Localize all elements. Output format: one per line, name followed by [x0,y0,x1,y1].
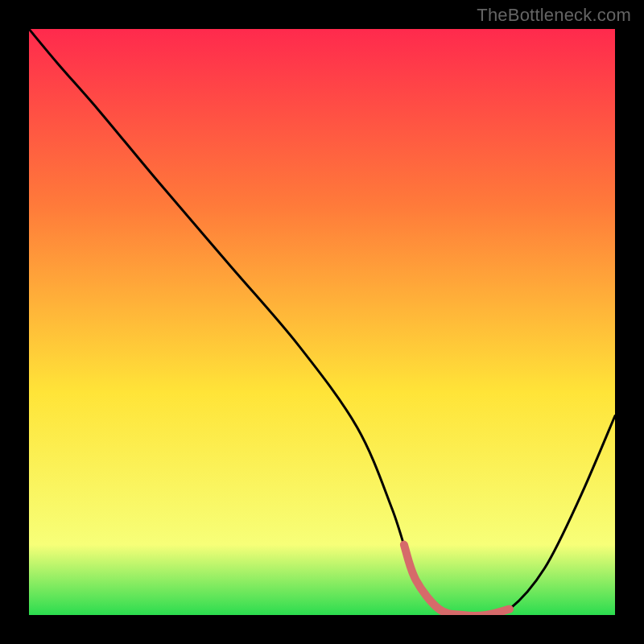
chart-frame: TheBottleneck.com [0,0,644,644]
plot-area [29,29,615,615]
gradient-background [29,29,615,615]
watermark-text: TheBottleneck.com [477,5,631,26]
chart-svg [29,29,615,615]
